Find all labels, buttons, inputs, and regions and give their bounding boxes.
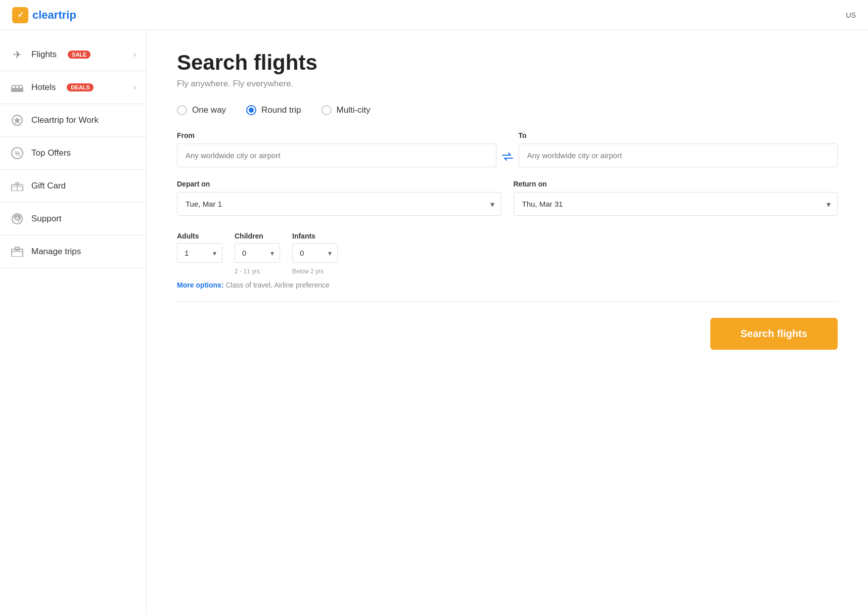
depart-group: Depart on Tue, Mar 1 <box>177 180 501 216</box>
sidebar-item-cleartrip-for-work-label: Cleartrip for Work <box>31 115 99 125</box>
adults-group: Adults 1 2 3 4 5 <box>177 232 222 263</box>
one-way-label: One way <box>192 105 226 115</box>
round-trip-radio[interactable] <box>246 105 256 115</box>
sidebar-item-gift-card-label: Gift Card <box>31 181 66 191</box>
more-options: More options: Class of travel, Airline p… <box>177 281 838 302</box>
infants-label: Infants <box>292 232 338 240</box>
logo-icon: ✓ <box>12 7 28 23</box>
logo-text: cleartrip <box>32 9 76 22</box>
date-row: Depart on Tue, Mar 1 Return on Thu, Mar … <box>177 180 838 216</box>
depart-label: Depart on <box>177 180 501 188</box>
hotels-badge: DEALS <box>67 83 94 91</box>
one-way-radio[interactable] <box>177 105 187 115</box>
adults-select[interactable]: 1 2 3 4 5 <box>177 243 222 263</box>
more-options-text: Class of travel, Airline preference <box>225 281 329 289</box>
multi-city-label: Multi-city <box>337 105 371 115</box>
children-hint: 2 - 11 yrs <box>235 268 280 275</box>
children-select[interactable]: 0 1 2 3 <box>235 243 280 263</box>
sidebar-item-cleartrip-for-work[interactable]: Cleartrip for Work <box>0 104 146 137</box>
from-to-row: From To <box>177 131 838 168</box>
sidebar-item-top-offers[interactable]: % Top Offers <box>0 137 146 170</box>
round-trip-option[interactable]: Round trip <box>246 105 301 115</box>
sidebar-item-hotels[interactable]: Hotels DEALS › <box>0 71 146 104</box>
infants-select[interactable]: 0 1 2 <box>292 243 338 263</box>
sidebar-item-support[interactable]: Support <box>0 203 146 235</box>
svg-marker-6 <box>14 117 21 124</box>
svg-text:%: % <box>15 150 20 157</box>
from-field-group: From <box>177 131 496 167</box>
sidebar-item-manage-trips[interactable]: Manage trips <box>0 235 146 268</box>
hotels-icon <box>10 80 24 95</box>
header: ✓ cleartrip US <box>0 0 868 30</box>
sidebar-item-support-label: Support <box>31 214 62 224</box>
sidebar-item-hotels-label: Hotels <box>31 82 56 92</box>
return-group: Return on Thu, Mar 31 <box>514 180 838 216</box>
support-icon <box>10 212 24 226</box>
sidebar-item-gift-card[interactable]: Gift Card <box>0 170 146 203</box>
return-label: Return on <box>514 180 838 188</box>
more-options-link[interactable]: More options: <box>177 281 224 289</box>
svg-rect-2 <box>13 86 15 88</box>
depart-select-wrapper: Tue, Mar 1 <box>177 192 501 216</box>
flights-chevron-icon: › <box>133 50 136 59</box>
children-group: Children 0 1 2 3 2 - 11 yrs <box>235 232 280 275</box>
sidebar: ✈ Flights SALE › Hotels DEAL <box>0 30 147 614</box>
flights-badge: SALE <box>68 51 90 59</box>
page-subtitle: Fly anywhere. Fly everywhere. <box>177 79 838 89</box>
gift-card-icon <box>10 179 24 193</box>
sidebar-item-flights-label: Flights <box>31 50 57 60</box>
svg-rect-4 <box>20 86 22 88</box>
to-field-group: To <box>519 131 838 167</box>
sidebar-item-manage-trips-label: Manage trips <box>31 247 81 257</box>
from-input[interactable] <box>177 144 496 167</box>
logo[interactable]: ✓ cleartrip <box>12 7 76 23</box>
depart-select[interactable]: Tue, Mar 1 <box>177 192 501 216</box>
adults-label: Adults <box>177 232 222 240</box>
trip-type-selector: One way Round trip Multi-city <box>177 105 838 115</box>
infants-hint: Below 2 yrs <box>292 268 338 275</box>
search-flights-button[interactable]: Search flights <box>710 318 838 350</box>
hotels-chevron-icon: › <box>133 83 136 92</box>
main-content: Search flights Fly anywhere. Fly everywh… <box>147 30 868 614</box>
from-label: From <box>177 131 496 139</box>
sidebar-item-top-offers-label: Top Offers <box>31 148 71 158</box>
infants-group: Infants 0 1 2 Below 2 yrs <box>292 232 338 275</box>
passengers-row: Adults 1 2 3 4 5 Children 0 1 <box>177 232 838 275</box>
to-input[interactable] <box>519 144 838 167</box>
one-way-option[interactable]: One way <box>177 105 226 115</box>
round-trip-label: Round trip <box>261 105 301 115</box>
page-title: Search flights <box>177 51 838 75</box>
return-select-wrapper: Thu, Mar 31 <box>514 192 838 216</box>
svg-rect-3 <box>16 86 18 88</box>
flights-icon: ✈ <box>10 48 24 62</box>
multi-city-radio[interactable] <box>322 105 332 115</box>
cleartrip-for-work-icon <box>10 113 24 127</box>
return-select[interactable]: Thu, Mar 31 <box>514 192 838 216</box>
children-label: Children <box>235 232 280 240</box>
top-offers-icon: % <box>10 146 24 160</box>
multi-city-option[interactable]: Multi-city <box>322 105 371 115</box>
manage-trips-icon <box>10 245 24 259</box>
search-btn-row: Search flights <box>177 318 838 350</box>
page-layout: ✈ Flights SALE › Hotels DEAL <box>0 30 868 614</box>
swap-button[interactable] <box>496 146 519 168</box>
sidebar-item-flights[interactable]: ✈ Flights SALE › <box>0 38 146 71</box>
header-user[interactable]: US <box>846 11 856 19</box>
to-label: To <box>519 131 838 139</box>
